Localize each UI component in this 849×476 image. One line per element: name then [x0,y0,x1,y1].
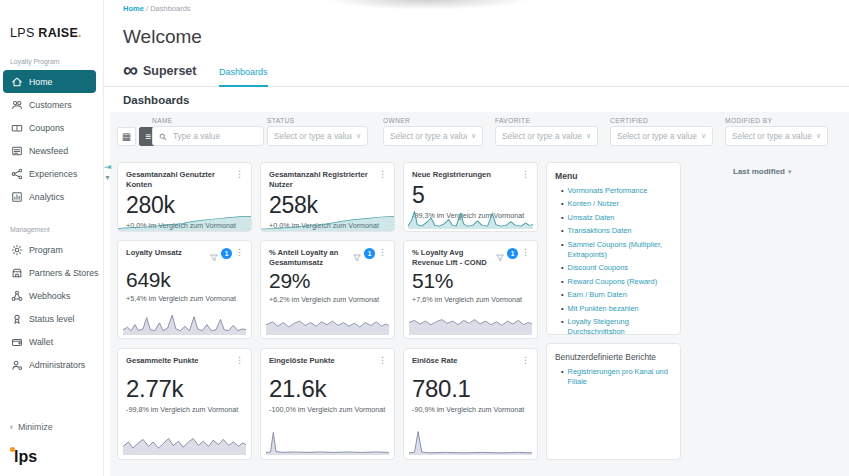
webhook-icon [10,289,23,302]
bullet: • [561,304,564,314]
kebab-menu-icon[interactable]: ⋮ [378,248,387,257]
name-filter-input[interactable] [171,130,257,142]
sidebar-item-partners-stores[interactable]: Partners & Stores [0,261,103,284]
card-title: Loyalty Umsatz [126,248,207,258]
card-value: 649k [118,268,251,292]
sidebar-item-coupons[interactable]: Coupons [0,116,103,139]
collapse-arrow-icon[interactable]: ⇥ [104,162,112,172]
sidebar-item-home[interactable]: Home [3,70,96,93]
funnel-filter-icon[interactable] [353,248,361,266]
kebab-menu-icon[interactable]: ⋮ [521,356,530,365]
card-title: Gesamtanzahl Registrierter Nutzer [269,170,375,190]
select-placeholder: Select or type a value [617,131,697,141]
bullet: • [561,240,564,260]
menu-link[interactable]: Mit Punkten bezahlen [568,304,639,314]
sidebar-item-customers[interactable]: Customers [0,93,103,116]
sort-last-modified[interactable]: Last modified▾ [733,167,792,176]
menu-link[interactable]: Reward Coupons (Reward) [568,277,658,287]
kpi-card-einloese-rate[interactable]: Einlöse Rate ⋮ 780.1 -90,9% im Vergleich… [403,348,538,460]
card-value: 5 [404,182,537,209]
sparkline-chart [266,429,389,455]
top-shadow [325,0,530,10]
modified-by-filter-select[interactable]: Select or type a value ∨ [725,126,828,146]
sidebar-item-wallet[interactable]: Wallet [0,330,103,353]
menu-link[interactable]: Umsatz Daten [568,213,615,223]
medal-icon [10,312,23,325]
kpi-card-anteil-loyalty[interactable]: % Anteil Loyalty an Gesamtumsatz 1 ⋮ 29%… [260,240,395,339]
minimize-button[interactable]: ‹Minimize [10,422,53,432]
sidebar: LPS RAISE. Loyalty Program Home Customer… [0,0,104,476]
sidebar-item-label: Experiences [29,169,77,179]
menu-link[interactable]: Sammel Coupons (Multiplier, Extrapoints) [568,240,672,260]
filter-label-favorite: FAVORITE [495,117,530,124]
superset-infinity-icon: ∞ [123,63,138,77]
logo-raise: RAISE [38,26,78,40]
kpi-card-eingeloeste-punkte[interactable]: Eingelöste Punkte ⋮ 21.6k -100,0% im Ver… [260,348,395,460]
breadcrumb-home-link[interactable]: Home [123,4,144,13]
select-placeholder: Select or type a value [502,131,582,141]
sidebar-item-status-level[interactable]: Status level [0,307,103,330]
minimize-label: Minimize [18,422,53,432]
card-view-toggle[interactable]: ▦ [117,127,136,146]
kebab-menu-icon[interactable]: ⋮ [521,170,530,179]
menu-link[interactable]: Loyalty Steigerung Durchschnittsbon [568,317,672,337]
orange-dot [10,447,15,452]
chevron-down-icon: ∨ [586,132,591,140]
card-title: % Loyalty Avg Revenue Lift - COND [412,248,493,268]
home-icon [10,75,23,88]
filter-count-badge: 1 [364,248,375,259]
kpi-card-gesammelte-punkte[interactable]: Gesammelte Punkte ⋮ 2.77k -99,8% im Verg… [117,348,252,460]
breadcrumb-current: Dashboards [150,4,190,13]
custom-reports-list: •Registrierungen pro Kanal und Filiale [561,367,672,387]
sidebar-item-program[interactable]: Program [0,238,103,261]
card-delta: +5,4% im Vergleich zum Vormonat [118,294,251,303]
menu-link[interactable]: Vormonats Performance [568,186,648,196]
kebab-menu-icon[interactable]: ⋮ [378,170,387,179]
kpi-card-registrierte-nutzer[interactable]: Gesamtanzahl Registrierter Nutzer ⋮ 258k… [260,162,395,232]
kpi-card-loyalty-umsatz[interactable]: Loyalty Umsatz 1 ⋮ 649k +5,4% im Verglei… [117,240,252,339]
status-filter-select[interactable]: Select or type a value ∨ [267,126,368,146]
sidebar-item-webhooks[interactable]: Webhooks [0,284,103,307]
menu-title: Menu [555,171,672,181]
menu-link[interactable]: Earn / Burn Daten [568,290,627,300]
sidebar-item-newsfeed[interactable]: Newsfeed [0,139,103,162]
filter-label-name: NAME [152,117,173,124]
tab-dashboards[interactable]: Dashboards [219,67,268,87]
sparkline-chart [409,313,532,335]
sidebar-item-label: Program [29,245,63,255]
kebab-menu-icon[interactable]: ⋮ [235,248,244,257]
kebab-menu-icon[interactable]: ⋮ [235,356,244,365]
card-value: 29% [261,269,394,293]
menu-link[interactable]: Transaktions Daten [568,226,632,236]
menu-link[interactable]: Konten / Nutzer [568,199,619,209]
bullet: • [561,199,564,209]
breadcrumb-separator: / [146,4,148,13]
menu-link[interactable]: Discount Coupons [568,263,628,273]
customers-icon [10,98,23,111]
funnel-filter-icon[interactable] [210,248,218,266]
sidebar-item-analytics[interactable]: Analytics [0,185,103,208]
kebab-menu-icon[interactable]: ⋮ [521,248,530,257]
favorite-filter-select[interactable]: Select or type a value ∨ [495,126,598,146]
funnel-filter-icon[interactable] [496,248,504,266]
report-link[interactable]: Registrierungen pro Kanal und Filiale [568,367,672,387]
bullet: • [561,367,564,387]
kpi-card-avg-revenue-lift[interactable]: % Loyalty Avg Revenue Lift - COND 1 ⋮ 51… [403,240,538,339]
menu-item: •Reward Coupons (Reward) [561,277,672,287]
bullet: • [561,277,564,287]
menu-item: •Vormonats Performance [561,186,672,196]
sparkline-chart [266,313,389,335]
sparkline-chart [408,207,533,229]
filter-funnel-icon[interactable]: ▼ [104,174,111,181]
kebab-menu-icon[interactable]: ⋮ [235,170,244,179]
sidebar-item-administrators[interactable]: Administrators [0,353,103,376]
kpi-card-neue-registrierungen[interactable]: Neue Registrierungen ⋮ 5 -99,3% im Vergl… [403,162,538,232]
filter-label-modified-by: MODIFIED BY [725,117,772,124]
owner-filter-select[interactable]: Select or type a value ∨ [383,126,483,146]
sidebar-item-experiences[interactable]: Experiences [0,162,103,185]
certified-filter-select[interactable]: Select or type a value ∨ [610,126,713,146]
kpi-card-genutzte-konten[interactable]: Gesamtanzahl Genutzter Konten ⋮ 280k +0,… [117,162,252,232]
kebab-menu-icon[interactable]: ⋮ [378,356,387,365]
select-placeholder: Select or type a value [390,131,467,141]
sidebar-item-label: Customers [29,100,72,110]
